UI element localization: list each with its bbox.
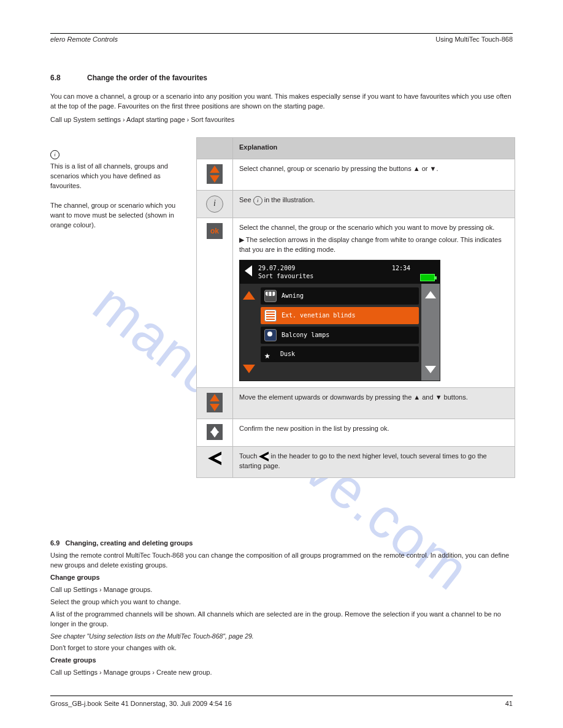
- up-down-orange-icon: [207, 164, 223, 184]
- note-p2: The channel, group or scenario which you…: [50, 202, 175, 229]
- battery-icon: [420, 274, 435, 281]
- back-arrow-icon[interactable]: [245, 265, 252, 276]
- scroll-up-icon[interactable]: [425, 291, 436, 298]
- list-item-label: Dusk: [280, 350, 295, 359]
- list-item-label: Awning: [282, 292, 304, 301]
- info-icon: i: [50, 150, 59, 159]
- row3-p2: ▶ The selection arrows in the display ch…: [239, 235, 508, 255]
- sec69-ref: See chapter "Using selection lists on th…: [50, 632, 516, 641]
- sec69-title: Changing, creating and deleting groups: [65, 539, 193, 547]
- screen-time: 12:34: [392, 264, 410, 273]
- move-up-icon[interactable]: [243, 291, 255, 300]
- table-row: Move the element upwards or downwards by…: [197, 387, 515, 419]
- info-circle-icon: i: [253, 196, 262, 205]
- row4-text: Move the element upwards or downwards by…: [233, 387, 515, 419]
- info-note: i This is a list of all channels, groups…: [50, 150, 185, 230]
- sec69-p3: Don't forget to store your changes with …: [50, 643, 516, 653]
- sec69-h3: Create groups: [50, 656, 516, 665]
- note-p1: This is a list of all channels, groups a…: [50, 162, 168, 189]
- footer-right: 41: [505, 700, 513, 707]
- section-title: Change the order of the favourites: [87, 74, 207, 82]
- table-row: Touch in the header to go to the next hi…: [197, 446, 515, 477]
- table-row: Select channel, group or scenario by pre…: [197, 159, 515, 190]
- list-item-label: Ext. venetian blinds: [282, 311, 355, 320]
- table-row: i See i in the illustration.: [197, 190, 515, 218]
- back-icon: [208, 452, 221, 465]
- screen-list: Awning Ext. venetian blinds Balcony lamp…: [258, 284, 421, 381]
- up-down-white-icon: [207, 424, 223, 440]
- table-row: Confirm the new position in the list by …: [197, 419, 515, 446]
- row6-text: Touch in the header to go to the next hi…: [233, 446, 515, 477]
- sec69-p2b: Select the group which you want to chang…: [50, 597, 516, 607]
- instruction-table: Explanation Select channel, group or sce…: [196, 137, 515, 478]
- table-row: ok Select the channel, the group or the …: [197, 218, 515, 387]
- sec69-h2: Change groups: [50, 573, 516, 583]
- th-icon: [197, 138, 233, 159]
- footer-left: Gross_GB-j.book Seite 41 Donnerstag, 30.…: [50, 700, 232, 707]
- info-circle-icon: i: [206, 195, 223, 213]
- row3-p1: Select the channel, the group or the sce…: [239, 223, 508, 233]
- move-down-icon[interactable]: [243, 365, 255, 373]
- list-item[interactable]: Ext. venetian blinds: [261, 307, 419, 324]
- intro-p1: You can move a channel, a group or a sce…: [50, 92, 516, 112]
- sec69-p1: Using the remote control MultiTec Touch-…: [50, 551, 516, 571]
- section-6-9: 6.9 Changing, creating and deleting grou…: [50, 536, 516, 680]
- blinds-icon: [264, 309, 277, 322]
- lamp-icon: [264, 329, 277, 341]
- row1-text: Select channel, group or scenario by pre…: [233, 159, 515, 190]
- screen-nav-right: [421, 284, 440, 381]
- back-icon: [259, 452, 269, 461]
- scroll-down-icon[interactable]: [425, 366, 436, 373]
- sec69-p2c: A list of the programmed channels will b…: [50, 610, 516, 629]
- screen-title: Sort favourites: [258, 272, 435, 280]
- device-screen: 29.07.2009 Sort favourites 12:34: [239, 260, 440, 381]
- list-item-label: Balcony lamps: [282, 331, 329, 340]
- screen-header: 29.07.2009 Sort favourites 12:34: [240, 260, 440, 284]
- th-explanation: Explanation: [233, 138, 515, 159]
- intro-p2: Call up System settings › Adapt starting…: [50, 115, 516, 125]
- star-icon: [264, 349, 275, 360]
- sec69-number: 6.9: [50, 539, 59, 547]
- header-left: elero Remote Controls: [50, 36, 118, 43]
- list-item[interactable]: Balcony lamps: [261, 327, 419, 344]
- row2-text: See i in the illustration.: [233, 190, 515, 218]
- header-rule: [50, 33, 513, 34]
- intro-block: You can move a channel, a group or a sce…: [50, 92, 516, 129]
- section-number: 6.8: [50, 74, 61, 82]
- screen-nav-left: [240, 284, 258, 381]
- header-right: Using MultiTec Touch-868: [435, 36, 513, 43]
- row5-text: Confirm the new position in the list by …: [233, 419, 515, 446]
- ok-button-icon: ok: [207, 223, 223, 239]
- list-item[interactable]: Awning: [261, 287, 419, 305]
- footer-rule: [50, 696, 513, 696]
- sec69-p2a: Call up Settings › Manage groups.: [50, 585, 516, 595]
- sec69-p4: Call up Settings › Manage groups › Creat…: [50, 668, 516, 678]
- awning-icon: [264, 290, 277, 302]
- up-down-orange-icon: [207, 393, 223, 412]
- list-item[interactable]: Dusk: [261, 346, 419, 362]
